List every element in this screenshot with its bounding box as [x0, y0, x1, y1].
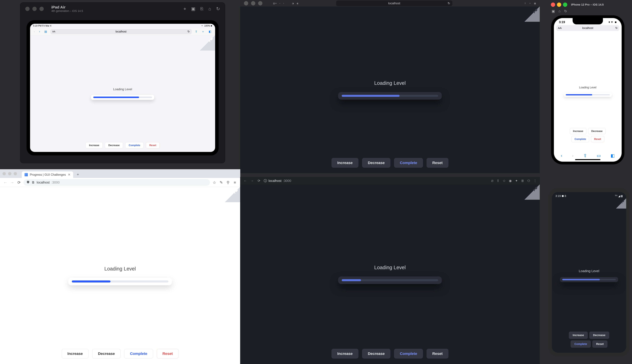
increase-button[interactable]: Increase — [332, 349, 358, 358]
reset-button[interactable]: Reset — [157, 349, 178, 358]
reload-icon[interactable]: ↻ — [448, 2, 450, 5]
forward-icon[interactable]: › — [283, 2, 284, 4]
tabs-icon[interactable]: ◧ — [611, 153, 615, 158]
reader-icon[interactable]: AA — [558, 26, 562, 30]
url-field[interactable]: ⛊ 🗎 localhost:3000 — [24, 179, 210, 186]
reload-icon[interactable]: ↻ — [615, 26, 618, 30]
zoom-icon[interactable] — [563, 2, 567, 7]
decrease-button[interactable]: Decrease — [362, 349, 390, 358]
profile-icon[interactable]: ⚇ — [527, 179, 530, 183]
record-icon[interactable]: ⎘ — [200, 6, 203, 12]
minimize-icon[interactable] — [8, 172, 12, 175]
home-icon[interactable]: ⌂ — [208, 6, 211, 12]
share-icon[interactable]: ⇪ — [524, 2, 526, 4]
reset-button[interactable]: Reset — [591, 136, 604, 142]
forward-icon[interactable]: › — [38, 30, 41, 34]
reload-icon[interactable]: ⟳ — [257, 179, 261, 183]
home-indicator[interactable] — [575, 159, 600, 160]
decrease-button[interactable]: Decrease — [362, 158, 390, 168]
increase-button[interactable]: Increase — [86, 142, 103, 148]
tabs-icon[interactable]: ◧ — [208, 30, 212, 34]
new-tab-icon[interactable]: ＋ — [529, 2, 531, 5]
url-text: localhost — [582, 26, 593, 30]
close-icon[interactable] — [244, 1, 248, 6]
sidebar-icon[interactable]: ▥ ▾ — [273, 2, 276, 4]
zoom-icon[interactable] — [14, 172, 17, 175]
new-tab-icon[interactable]: ＋ — [200, 29, 206, 34]
menu-icon[interactable]: ⋮ — [534, 179, 537, 183]
forward-icon[interactable]: → — [250, 179, 254, 183]
reset-button[interactable]: Reset — [426, 158, 448, 168]
back-icon[interactable]: ‹ — [33, 30, 36, 34]
back-icon[interactable]: ‹ — [280, 2, 280, 4]
close-icon[interactable] — [551, 2, 555, 7]
chrome-viewport: Loading Level Increase Decrease Complete… — [0, 187, 240, 364]
decrease-button[interactable]: Decrease — [105, 142, 123, 148]
complete-button[interactable]: Complete — [571, 340, 591, 348]
menu-icon[interactable]: ≡ — [232, 180, 237, 185]
site-info-icon[interactable]: ⓘ — [264, 178, 267, 183]
bookmark-icon[interactable]: ☆ — [212, 180, 217, 185]
appearance-icon[interactable]: ◐ — [297, 2, 298, 4]
url-field[interactable]: AA localhost ↻ — [50, 29, 192, 34]
reading-list-icon[interactable]: ≣ — [521, 179, 524, 183]
site-info-icon[interactable]: ⛊ — [26, 180, 30, 184]
shield-icon[interactable]: ◑ — [292, 2, 294, 4]
url-field[interactable]: localhost ↻ — [336, 0, 452, 6]
zoom-icon[interactable] — [40, 7, 44, 11]
minimize-icon[interactable] — [251, 1, 255, 6]
share-icon[interactable]: ⇪ — [194, 30, 198, 34]
sidebar-icon[interactable]: ▤ — [43, 30, 48, 34]
back-icon[interactable]: ‹ — [561, 153, 562, 158]
decrease-button[interactable]: Decrease — [590, 332, 609, 339]
increase-button[interactable]: Increase — [570, 128, 586, 134]
pointer-icon[interactable]: ⌖ — [184, 6, 186, 12]
extension-icon[interactable]: ◉ — [509, 179, 512, 183]
screenshot-icon[interactable]: ▣ — [552, 9, 555, 13]
close-icon[interactable] — [2, 172, 6, 175]
url-port: :3000 — [283, 179, 291, 183]
tabs-overview-icon[interactable]: ▦ — [534, 2, 536, 4]
extension-icon[interactable]: ✎ — [219, 180, 224, 185]
bookmarks-icon[interactable]: ▭ — [597, 153, 601, 158]
reset-button[interactable]: Reset — [592, 340, 607, 348]
reader-icon[interactable]: AA — [52, 30, 55, 33]
increase-button[interactable]: Increase — [332, 158, 358, 168]
back-icon[interactable]: ← — [243, 179, 248, 183]
increase-button[interactable]: Increase — [569, 332, 588, 339]
rotate-icon[interactable]: ↻ — [216, 6, 220, 12]
reload-icon[interactable]: ⟳ — [17, 180, 21, 185]
complete-button[interactable]: Complete — [124, 349, 153, 358]
increase-button[interactable]: Increase — [62, 349, 88, 358]
bookmark-icon[interactable]: ☆ — [503, 179, 506, 183]
share-icon[interactable]: ⇪ — [497, 179, 500, 183]
cast-icon[interactable]: ⎚ — [491, 179, 493, 183]
tab-active[interactable]: Progress | GUI Challenges ✕ — [22, 172, 73, 178]
minimize-icon[interactable] — [557, 2, 561, 7]
complete-button[interactable]: Complete — [125, 142, 144, 148]
new-tab-button[interactable]: ＋ — [74, 171, 82, 178]
decrease-button[interactable]: Decrease — [588, 128, 606, 134]
url-field[interactable]: ⓘ localhost:3000 — [264, 178, 489, 183]
rotate-icon[interactable]: ↻ — [564, 9, 567, 13]
reload-icon[interactable]: ↻ — [188, 30, 190, 33]
extension-icon-2[interactable]: ⚲ — [226, 180, 230, 185]
share-icon[interactable]: ⇪ — [583, 153, 587, 158]
url-field[interactable]: AA localhost ↻ — [556, 25, 619, 31]
tab-close-icon[interactable]: ✕ — [68, 173, 70, 176]
back-icon[interactable]: ← — [3, 180, 8, 185]
reset-button[interactable]: Reset — [146, 142, 160, 148]
complete-button[interactable]: Complete — [394, 158, 423, 168]
decrease-button[interactable]: Decrease — [92, 349, 120, 358]
forward-icon[interactable]: › — [572, 153, 574, 158]
close-icon[interactable] — [25, 7, 30, 11]
screenshot-icon[interactable]: ▣ — [191, 6, 196, 12]
extensions-icon[interactable]: ✦ — [515, 179, 518, 183]
minimize-icon[interactable] — [32, 7, 37, 11]
complete-button[interactable]: Complete — [571, 136, 589, 142]
home-icon[interactable]: ⌂ — [558, 9, 560, 13]
reset-button[interactable]: Reset — [426, 349, 448, 358]
forward-icon[interactable]: → — [10, 180, 14, 185]
complete-button[interactable]: Complete — [394, 349, 423, 358]
zoom-icon[interactable] — [258, 1, 262, 6]
